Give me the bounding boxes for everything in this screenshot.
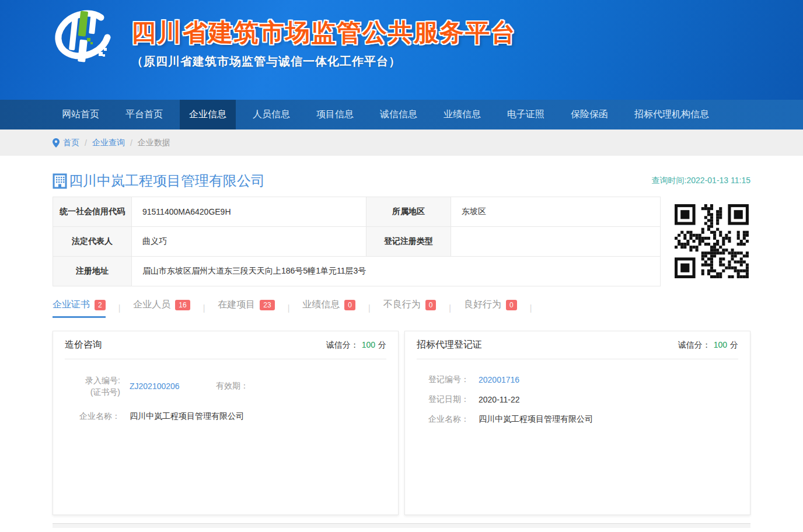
region-value: 东坡区: [451, 197, 661, 227]
tab-separator: |: [203, 303, 205, 318]
card-title: 招标代理登记证: [417, 339, 482, 351]
nav-item-performance-info[interactable]: 业绩信息: [434, 100, 490, 130]
nav-item-e-certificate[interactable]: 电子证照: [498, 100, 554, 130]
tab-separator: |: [288, 303, 290, 318]
company-name-value: 四川中岚工程项目管理有限公司: [130, 411, 244, 422]
platform-logo[interactable]: [50, 8, 115, 68]
breadcrumb-home-link[interactable]: 首页: [63, 138, 79, 148]
legal-rep-value: 曲义巧: [132, 227, 366, 257]
credit-score: 诚信分：100分: [678, 340, 738, 351]
entry-no-link[interactable]: ZJ202100206: [130, 382, 216, 391]
certificate-card-cost-consulting: 造价咨询 诚信分：100分 录入编号: (证书号) ZJ202100206 有效…: [53, 331, 399, 515]
tab-label: 业绩信息: [302, 299, 340, 311]
reg-date-value: 2020-11-22: [479, 395, 520, 404]
credit-score-label: 诚信分：: [678, 340, 711, 349]
nav-item-platform-home[interactable]: 平台首页: [116, 100, 172, 130]
card-title: 造价咨询: [65, 339, 102, 351]
tab-bad-behavior[interactable]: 不良行为 0: [383, 299, 437, 318]
breadcrumb-separator: /: [130, 138, 132, 148]
tab-separator: |: [368, 303, 371, 318]
tab-separator: |: [118, 303, 121, 318]
legal-rep-label: 法定代表人: [53, 227, 132, 257]
tab-label: 不良行为: [383, 299, 421, 311]
tab-enterprise-personnel[interactable]: 企业人员 16: [133, 299, 190, 318]
entry-no-label: 录入编号: (证书号): [65, 374, 120, 398]
count-badge: 0: [344, 300, 355, 310]
footer-strip: [53, 523, 750, 528]
credit-score-unit: 分: [378, 340, 386, 349]
tab-label: 良好行为: [464, 299, 501, 311]
reg-type-value: [451, 227, 661, 257]
credit-score-label: 诚信分：: [326, 340, 359, 349]
main-content: 四川中岚工程项目管理有限公司 查询时间:2022-01-13 11:15 统一社…: [53, 156, 750, 528]
site-subtitle: （原四川省建筑市场监管与诚信一体化工作平台）: [131, 54, 516, 69]
credit-score-value: 100: [362, 340, 375, 349]
certificate-card-bidding-agency: 招标代理登记证 诚信分：100分 登记编号： 202001716 登记日期： 2…: [404, 331, 750, 515]
nav-item-enterprise-info[interactable]: 企业信息: [180, 100, 236, 130]
nav-item-bidding-agency[interactable]: 招标代理机构信息: [625, 100, 718, 130]
reg-date-label: 登记日期：: [417, 394, 469, 405]
address-value: 眉山市东坡区眉州大道东三段天天向上186号5幢1单元11层3号: [132, 257, 661, 286]
breadcrumb-current: 企业数据: [138, 138, 170, 148]
company-name-heading: 四川中岚工程项目管理有限公司: [69, 172, 265, 190]
tab-label: 企业人员: [133, 299, 170, 311]
logo-icon: [50, 8, 115, 68]
location-pin-icon: [53, 138, 60, 148]
tab-projects-under-construction[interactable]: 在建项目 23: [218, 299, 274, 318]
tab-performance-info[interactable]: 业绩信息 0: [302, 299, 355, 318]
tab-label: 企业证书: [53, 299, 90, 311]
header-banner: 四川省建筑市场监管公共服务平台 （原四川省建筑市场监管与诚信一体化工作平台）: [0, 0, 803, 100]
nav-item-home[interactable]: 网站首页: [53, 100, 109, 130]
count-badge: 0: [506, 300, 517, 310]
nav-item-project-info[interactable]: 项目信息: [307, 100, 363, 130]
main-nav: 网站首页 平台首页 企业信息 人员信息 项目信息 诚信信息 业绩信息 电子证照 …: [0, 100, 803, 130]
nav-item-credit-info[interactable]: 诚信信息: [371, 100, 427, 130]
query-time: 查询时间:2022-01-13 11:15: [652, 176, 750, 186]
qr-code: [673, 203, 750, 279]
company-name-label: 企业名称：: [417, 414, 469, 425]
tab-separator: |: [530, 303, 532, 318]
address-label: 注册地址: [53, 257, 132, 286]
credit-score-unit: 分: [730, 340, 738, 349]
company-info-table: 统一社会信用代码 91511400MA6420GE9H 所属地区 东坡区 法定代…: [53, 197, 661, 286]
credit-score-value: 100: [714, 340, 727, 349]
breadcrumb: 首页 / 企业查询 / 企业数据: [0, 130, 803, 156]
tab-good-behavior[interactable]: 良好行为 0: [464, 299, 517, 318]
count-badge: 2: [95, 300, 106, 310]
credit-code-value: 91511400MA6420GE9H: [132, 197, 366, 227]
reg-type-label: 登记注册类型: [366, 227, 451, 257]
tab-enterprise-certificates[interactable]: 企业证书 2: [53, 299, 106, 318]
count-badge: 16: [175, 300, 190, 310]
count-badge: 0: [425, 300, 437, 310]
reg-no-link[interactable]: 202001716: [479, 375, 519, 384]
region-label: 所属地区: [366, 197, 451, 227]
breadcrumb-enterprise-search-link[interactable]: 企业查询: [92, 138, 125, 148]
validity-label: 有效期：: [216, 381, 249, 391]
site-title: 四川省建筑市场监管公共服务平台: [131, 16, 516, 49]
company-name-value: 四川中岚工程项目管理有限公司: [479, 414, 593, 425]
tab-label: 在建项目: [218, 299, 255, 311]
building-icon: [53, 173, 67, 189]
credit-code-label: 统一社会信用代码: [53, 197, 132, 227]
nav-item-personnel-info[interactable]: 人员信息: [243, 100, 299, 130]
company-name-label: 企业名称：: [65, 411, 120, 422]
nav-item-insurance[interactable]: 保险保函: [561, 100, 617, 130]
count-badge: 23: [260, 300, 274, 310]
reg-no-label: 登记编号：: [417, 374, 469, 385]
credit-score: 诚信分：100分: [326, 340, 386, 351]
breadcrumb-separator: /: [85, 138, 87, 148]
company-title: 四川中岚工程项目管理有限公司: [53, 172, 265, 190]
tab-separator: |: [449, 303, 451, 318]
detail-tabs: 企业证书 2 | 企业人员 16 | 在建项目 23 | 业绩信息 0 | 不良…: [53, 297, 750, 318]
